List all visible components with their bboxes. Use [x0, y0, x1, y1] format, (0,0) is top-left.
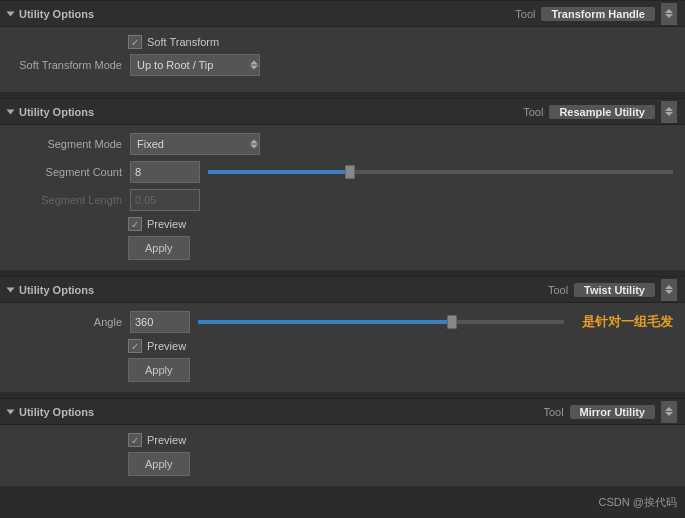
mode-dropdown[interactable]: Up to Root / Tip Up to Root Up to Tip — [130, 54, 260, 76]
transform-handle-body: Soft Transform Soft Transform Mode Up to… — [0, 27, 685, 92]
twist-utility-panel: Utility Options Tool Twist Utility Angle… — [0, 276, 685, 392]
mode-label: Soft Transform Mode — [12, 59, 122, 71]
mirror-utility-panel: Utility Options Tool Mirror Utility Prev… — [0, 398, 685, 486]
segment-mode-row: Segment Mode Fixed World Space — [12, 133, 673, 155]
mirror-apply-button[interactable]: Apply — [128, 452, 190, 476]
soft-transform-mode-row: Soft Transform Mode Up to Root / Tip Up … — [12, 54, 673, 76]
csdn-badge: CSDN @挨代码 — [599, 495, 677, 510]
segment-count-input[interactable] — [130, 161, 200, 183]
segment-mode-dropdown-wrapper[interactable]: Fixed World Space — [130, 133, 260, 155]
mirror-preview-label: Preview — [147, 434, 186, 446]
mirror-preview-row[interactable]: Preview — [128, 433, 673, 447]
segment-length-row: Segment Length — [12, 189, 673, 211]
arrow-up-icon — [665, 285, 673, 289]
resample-header-right: Tool Resample Utility — [523, 101, 677, 123]
mirror-utility-header: Utility Options Tool Mirror Utility — [0, 399, 685, 425]
panel-scroll-btn[interactable] — [661, 279, 677, 301]
mirror-preview-checkbox[interactable] — [128, 433, 142, 447]
twist-preview-checkbox[interactable] — [128, 339, 142, 353]
twist-preview-row[interactable]: Preview — [128, 339, 673, 353]
annotation-text: 是针对一组毛发 — [582, 313, 673, 331]
twist-preview-label: Preview — [147, 340, 186, 352]
tool-badge: Resample Utility — [549, 105, 655, 119]
segment-count-label: Segment Count — [12, 166, 122, 178]
segment-mode-label: Segment Mode — [12, 138, 122, 150]
resample-body: Segment Mode Fixed World Space Segment C… — [0, 125, 685, 270]
mirror-header-left: Utility Options — [8, 406, 537, 418]
panel-scroll-btn[interactable] — [661, 101, 677, 123]
panel-title: Utility Options — [19, 106, 94, 118]
resample-utility-panel: Utility Options Tool Resample Utility Se… — [0, 98, 685, 270]
segment-length-input[interactable] — [130, 189, 200, 211]
arrow-down-icon — [665, 412, 673, 416]
segment-count-row: Segment Count — [12, 161, 673, 183]
panel-scroll-btn[interactable] — [661, 401, 677, 423]
segment-count-slider[interactable] — [208, 170, 673, 174]
arrow-down-icon — [665, 290, 673, 294]
resample-apply-row: Apply — [128, 236, 673, 260]
resample-preview-row[interactable]: Preview — [128, 217, 673, 231]
resample-preview-checkbox[interactable] — [128, 217, 142, 231]
tool-badge: Twist Utility — [574, 283, 655, 297]
angle-row: Angle 是针对一组毛发 — [12, 311, 673, 333]
mirror-body: Preview Apply — [0, 425, 685, 486]
tool-label: Tool — [543, 406, 563, 418]
tool-badge: Transform Handle — [541, 7, 655, 21]
collapse-icon[interactable] — [7, 11, 15, 16]
angle-slider-container[interactable] — [198, 311, 564, 333]
mirror-header-right: Tool Mirror Utility — [543, 401, 677, 423]
arrow-up-icon — [665, 107, 673, 111]
panel-scroll-btn[interactable] — [661, 3, 677, 25]
panel-title: Utility Options — [19, 284, 94, 296]
mode-dropdown-wrapper[interactable]: Up to Root / Tip Up to Root Up to Tip — [130, 54, 260, 76]
segment-count-slider-container[interactable] — [208, 161, 673, 183]
angle-input[interactable] — [130, 311, 190, 333]
transform-handle-panel: Utility Options Tool Transform Handle So… — [0, 0, 685, 92]
resample-apply-button[interactable]: Apply — [128, 236, 190, 260]
resample-preview-label: Preview — [147, 218, 186, 230]
collapse-icon[interactable] — [7, 287, 15, 292]
twist-utility-header: Utility Options Tool Twist Utility — [0, 277, 685, 303]
transform-handle-header: Utility Options Tool Transform Handle — [0, 1, 685, 27]
arrow-down-icon — [665, 112, 673, 116]
tool-label: Tool — [515, 8, 535, 20]
panel-header-left: Utility Options — [8, 8, 509, 20]
tool-badge: Mirror Utility — [570, 405, 655, 419]
collapse-icon[interactable] — [7, 109, 15, 114]
angle-slider[interactable] — [198, 320, 564, 324]
resample-utility-header: Utility Options Tool Resample Utility — [0, 99, 685, 125]
angle-label: Angle — [12, 316, 122, 328]
twist-body: Angle 是针对一组毛发 Preview Apply — [0, 303, 685, 392]
tool-label: Tool — [548, 284, 568, 296]
segment-mode-dropdown[interactable]: Fixed World Space — [130, 133, 260, 155]
arrow-up-icon — [665, 9, 673, 13]
soft-transform-label: Soft Transform — [147, 36, 219, 48]
panel-title: Utility Options — [19, 406, 94, 418]
twist-header-right: Tool Twist Utility — [548, 279, 677, 301]
arrow-down-icon — [665, 14, 673, 18]
tool-label: Tool — [523, 106, 543, 118]
soft-transform-checkbox[interactable] — [128, 35, 142, 49]
segment-length-label: Segment Length — [12, 194, 122, 206]
arrow-up-icon — [665, 407, 673, 411]
collapse-icon[interactable] — [7, 409, 15, 414]
twist-apply-button[interactable]: Apply — [128, 358, 190, 382]
twist-apply-row: Apply — [128, 358, 673, 382]
panel-header-right: Tool Transform Handle — [515, 3, 677, 25]
twist-header-left: Utility Options — [8, 284, 542, 296]
panel-title: Utility Options — [19, 8, 94, 20]
mirror-apply-row: Apply — [128, 452, 673, 476]
soft-transform-checkbox-row[interactable]: Soft Transform — [128, 35, 673, 49]
resample-header-left: Utility Options — [8, 106, 517, 118]
